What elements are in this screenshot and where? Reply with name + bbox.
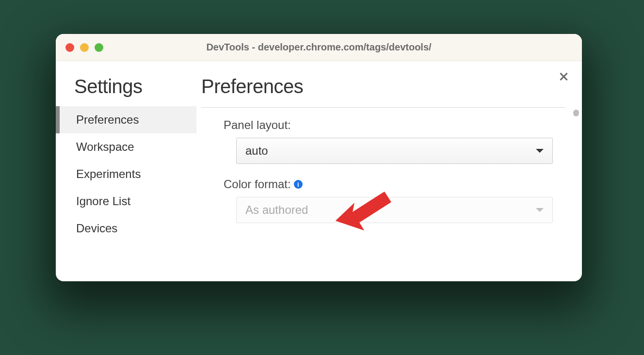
devtools-window: DevTools - developer.chrome.com/tags/dev… <box>56 34 582 281</box>
sidebar-item-label: Experiments <box>76 167 141 180</box>
sidebar-item-preferences[interactable]: Preferences <box>56 106 196 133</box>
sidebar-item-experiments[interactable]: Experiments <box>56 161 196 188</box>
chevron-down-icon <box>536 149 544 153</box>
color-format-label-text: Color format: <box>224 178 291 191</box>
panel-layout-label-text: Panel layout: <box>224 118 291 132</box>
minimize-window-button[interactable] <box>80 43 89 52</box>
settings-heading: Settings <box>56 76 196 106</box>
scrollbar-thumb[interactable] <box>573 110 579 116</box>
sidebar-item-label: Preferences <box>76 113 139 126</box>
close-window-button[interactable] <box>65 43 74 52</box>
settings-sidebar: Settings Preferences Workspace Experimen… <box>56 61 196 281</box>
content-area: Settings Preferences Workspace Experimen… <box>56 61 582 281</box>
sidebar-item-workspace[interactable]: Workspace <box>56 133 196 161</box>
sidebar-item-label: Devices <box>76 222 117 235</box>
sidebar-item-label: Ignore List <box>76 194 130 208</box>
titlebar: DevTools - developer.chrome.com/tags/dev… <box>56 34 582 61</box>
color-format-select: As authored <box>236 197 553 223</box>
panel-layout-label: Panel layout: <box>224 118 565 132</box>
divider <box>201 107 565 108</box>
sidebar-item-devices[interactable]: Devices <box>56 215 196 242</box>
panel-layout-value: auto <box>245 144 268 158</box>
window-title: DevTools - developer.chrome.com/tags/dev… <box>56 42 582 53</box>
scrollbar-track[interactable] <box>573 110 579 276</box>
panel-layout-select[interactable]: auto <box>236 138 553 164</box>
preferences-heading: Preferences <box>201 76 565 97</box>
color-format-value: As authored <box>245 203 308 217</box>
info-icon[interactable]: i <box>294 180 303 189</box>
sidebar-item-label: Workspace <box>76 140 134 153</box>
chevron-down-icon <box>536 208 544 212</box>
maximize-window-button[interactable] <box>95 43 103 52</box>
main-panel: Preferences Panel layout: auto Color for… <box>196 61 582 281</box>
color-format-label: Color format: i <box>224 178 565 191</box>
sidebar-item-ignore-list[interactable]: Ignore List <box>56 188 196 215</box>
traffic-lights <box>65 43 103 52</box>
